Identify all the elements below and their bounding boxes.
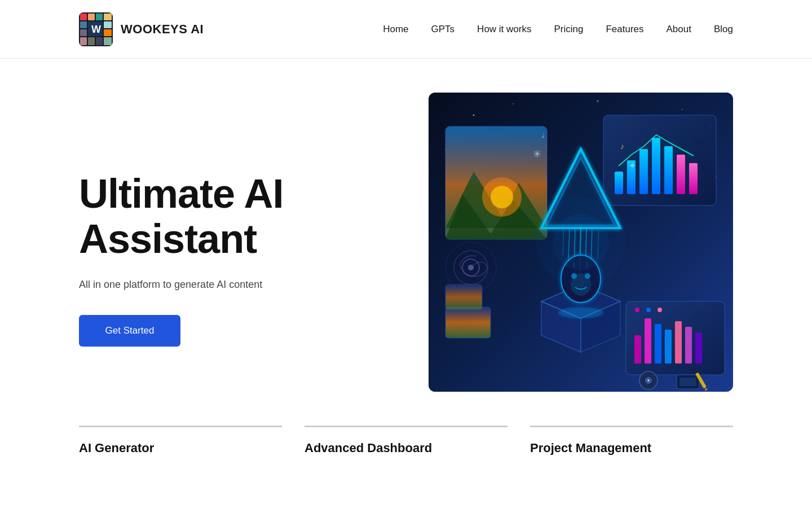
svg-point-28	[491, 186, 513, 208]
svg-rect-36	[677, 155, 685, 194]
svg-text:✳: ✳	[533, 148, 541, 160]
svg-rect-4	[104, 14, 112, 20]
svg-rect-74	[695, 332, 702, 364]
hero-image-container: ✳ ♪ ♩ ✦	[429, 93, 733, 392]
feature-title-0: AI Generator	[79, 441, 282, 456]
svg-rect-37	[689, 163, 698, 194]
svg-rect-8	[80, 29, 87, 36]
svg-rect-68	[634, 335, 641, 364]
svg-rect-34	[652, 138, 660, 194]
nav-link-pricing[interactable]: Pricing	[554, 24, 583, 34]
svg-point-88	[553, 214, 609, 270]
brand-name: WOOKEYS AI	[121, 22, 204, 37]
feature-title-2: Project Management	[530, 441, 733, 456]
svg-rect-33	[639, 149, 648, 194]
svg-rect-11	[88, 37, 95, 45]
svg-rect-35	[664, 146, 673, 194]
hero-illustration: ✳ ♪ ♩ ✦	[429, 93, 733, 392]
svg-rect-5	[80, 21, 87, 28]
svg-point-82	[647, 379, 650, 382]
svg-rect-10	[80, 37, 87, 45]
svg-rect-1	[80, 14, 87, 20]
svg-point-17	[513, 103, 514, 104]
svg-text:✦: ✦	[629, 161, 636, 170]
nav-item-features[interactable]: Features	[606, 24, 643, 35]
svg-rect-12	[96, 37, 103, 45]
feature-col-0: AI Generator	[79, 426, 282, 456]
hero-title: Ultimate AI Assistant	[79, 172, 395, 261]
svg-text:♪: ♪	[620, 142, 624, 151]
nav-item-blog[interactable]: Blog	[714, 24, 733, 35]
feature-col-1: Advanced Dashboard	[304, 426, 508, 456]
svg-rect-70	[655, 324, 661, 364]
svg-rect-9	[104, 29, 112, 36]
hero-content: Ultimate AI Assistant All in one platfor…	[79, 138, 395, 346]
svg-rect-79	[445, 284, 482, 310]
hero-svg: ✳ ♪ ♩ ✦	[429, 93, 733, 392]
svg-point-76	[646, 308, 651, 312]
svg-rect-2	[88, 14, 95, 20]
svg-rect-84	[679, 378, 696, 386]
svg-rect-7	[104, 21, 112, 28]
nav-item-gpts[interactable]: GPTs	[431, 24, 455, 35]
get-started-button[interactable]: Get Started	[79, 315, 180, 347]
svg-point-75	[635, 308, 639, 312]
feature-col-2: Project Management	[530, 426, 733, 456]
logo-icon: W	[79, 12, 113, 46]
nav-menu: Home GPTs How it works Pricing Features …	[383, 24, 733, 35]
svg-text:♩: ♩	[541, 132, 545, 139]
svg-point-62	[558, 307, 603, 318]
svg-rect-69	[645, 318, 651, 364]
svg-text:W: W	[91, 24, 101, 35]
hero-subtitle: All in one platform to generate AI conte…	[79, 277, 395, 292]
nav-link-gpts[interactable]: GPTs	[431, 24, 455, 34]
hero-section: Ultimate AI Assistant All in one platfor…	[0, 59, 812, 426]
nav-link-about[interactable]: About	[667, 24, 691, 34]
nav-item-pricing[interactable]: Pricing	[554, 24, 583, 35]
svg-rect-72	[675, 321, 682, 364]
navbar: W WOOKEYS AI Home GPTs How it works Pric…	[0, 0, 812, 59]
features-section: AI Generator Advanced Dashboard Project …	[0, 426, 812, 456]
svg-rect-71	[665, 330, 672, 364]
svg-point-77	[657, 308, 662, 312]
svg-rect-3	[96, 14, 103, 20]
svg-rect-73	[685, 327, 692, 364]
svg-point-19	[682, 109, 683, 110]
nav-link-home[interactable]: Home	[383, 24, 408, 34]
nav-link-blog[interactable]: Blog	[714, 24, 733, 34]
svg-point-16	[473, 115, 475, 116]
feature-title-1: Advanced Dashboard	[304, 441, 508, 456]
brand-link[interactable]: W WOOKEYS AI	[79, 12, 204, 46]
nav-item-how-it-works[interactable]: How it works	[477, 24, 531, 35]
nav-item-about[interactable]: About	[667, 24, 691, 35]
logo-box: W	[79, 12, 113, 46]
nav-item-home[interactable]: Home	[383, 24, 408, 35]
svg-rect-13	[104, 37, 112, 45]
svg-rect-31	[615, 172, 623, 194]
svg-rect-29	[445, 126, 547, 183]
nav-link-features[interactable]: Features	[606, 24, 643, 34]
svg-rect-78	[445, 307, 491, 338]
nav-link-how-it-works[interactable]: How it works	[477, 24, 531, 34]
svg-point-18	[597, 100, 599, 102]
